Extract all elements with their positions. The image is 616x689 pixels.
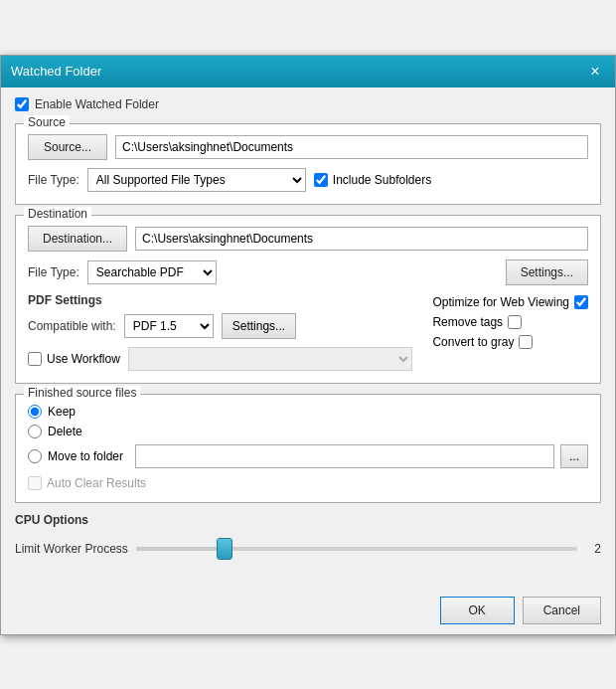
destination-section: Destination Destination... File Type: Se… (15, 215, 601, 384)
watched-folder-dialog: Watched Folder × Enable Watched Folder S… (0, 55, 616, 635)
use-workflow-text: Use Workflow (47, 352, 120, 366)
pdf-settings-area: PDF Settings Compatible with: PDF 1.5 PD… (28, 293, 588, 371)
optimize-web-checkbox[interactable] (574, 295, 588, 309)
enable-label[interactable]: Enable Watched Folder (35, 97, 159, 111)
pdf-settings-row: PDF Settings Compatible with: PDF 1.5 PD… (28, 293, 588, 371)
pdf-right: Optimize for Web Viewing Remove tags Con… (432, 293, 588, 349)
source-section-label: Source (24, 115, 70, 129)
convert-gray-text: Convert to gray (432, 335, 514, 349)
source-section: Source Source... File Type: All Supporte… (15, 123, 601, 205)
destination-path-input[interactable] (135, 227, 588, 251)
use-workflow-label[interactable]: Use Workflow (28, 352, 120, 366)
delete-radio-label[interactable]: Delete (28, 425, 588, 438)
bottom-bar: OK Cancel (1, 587, 615, 634)
finished-source-section: Finished source files Keep Delete Move t… (15, 394, 601, 503)
finished-source-label: Finished source files (24, 386, 140, 400)
ok-button[interactable]: OK (440, 597, 515, 624)
use-workflow-checkbox[interactable] (28, 352, 42, 366)
move-to-radio[interactable] (28, 449, 42, 463)
remove-tags-checkbox[interactable] (508, 315, 522, 329)
keep-radio-label[interactable]: Keep (28, 405, 588, 419)
dialog-title: Watched Folder (11, 64, 101, 79)
enable-checkbox[interactable] (15, 97, 29, 111)
slider-container (136, 535, 577, 563)
cpu-options-section: CPU Options Limit Worker Process 2 (15, 513, 601, 563)
source-path-input[interactable] (115, 135, 588, 159)
auto-clear-row: Auto Clear Results (28, 476, 588, 490)
slider-fill (136, 547, 225, 551)
remove-tags-label[interactable]: Remove tags (432, 315, 588, 329)
browse-button[interactable]: ... (560, 444, 588, 468)
move-to-radio-label[interactable]: Move to folder (28, 449, 123, 463)
source-path-row: Source... (28, 134, 588, 160)
move-to-text: Move to folder (48, 449, 123, 463)
dialog-body: Enable Watched Folder Source Source... F… (1, 87, 615, 587)
move-to-input[interactable] (135, 444, 554, 468)
convert-gray-checkbox[interactable] (519, 335, 533, 349)
destination-path-row: Destination... (28, 226, 588, 252)
destination-filetype-label: File Type: (28, 265, 79, 279)
title-bar: Watched Folder × (1, 56, 615, 87)
convert-gray-label[interactable]: Convert to gray (432, 335, 588, 349)
move-to-row: Move to folder ... (28, 444, 588, 468)
limit-worker-label: Limit Worker Process (15, 542, 128, 556)
workflow-select (128, 347, 413, 371)
destination-filetype-select[interactable]: Searchable PDF PDF TIFF JPEG (87, 260, 217, 284)
cancel-button[interactable]: Cancel (523, 597, 601, 624)
include-subfolders-label[interactable]: Include Subfolders (314, 173, 431, 187)
keep-radio[interactable] (28, 405, 42, 419)
source-button[interactable]: Source... (28, 134, 107, 160)
delete-radio[interactable] (28, 425, 42, 438)
optimize-web-text: Optimize for Web Viewing (432, 295, 569, 309)
optimize-web-label[interactable]: Optimize for Web Viewing (432, 295, 588, 309)
include-subfolders-checkbox[interactable] (314, 173, 328, 187)
radio-group: Keep Delete Move to folder ... (28, 405, 588, 468)
destination-button[interactable]: Destination... (28, 226, 127, 252)
close-button[interactable]: × (585, 62, 605, 82)
destination-filetype-row: File Type: Searchable PDF PDF TIFF JPEG … (28, 259, 588, 285)
include-subfolders-text: Include Subfolders (333, 173, 431, 187)
source-filetype-row: File Type: All Supported File Types PDF … (28, 168, 588, 192)
compatible-select[interactable]: PDF 1.5 PDF 1.4 PDF 1.3 PDF/A-1b (124, 314, 214, 338)
pdf-settings-button[interactable]: Settings... (222, 313, 296, 339)
source-filetype-select[interactable]: All Supported File Types PDF TIFF JPEG (87, 168, 306, 192)
destination-settings-button[interactable]: Settings... (506, 259, 588, 285)
destination-section-label: Destination (24, 207, 91, 221)
auto-clear-label: Auto Clear Results (47, 476, 146, 490)
slider-thumb[interactable] (217, 538, 232, 560)
auto-clear-checkbox (28, 476, 42, 490)
keep-text: Keep (48, 405, 76, 419)
enable-row: Enable Watched Folder (15, 97, 601, 111)
compatible-row: Compatible with: PDF 1.5 PDF 1.4 PDF 1.3… (28, 313, 412, 339)
slider-track (136, 547, 577, 551)
workflow-row: Use Workflow (28, 347, 412, 371)
delete-text: Delete (48, 425, 82, 438)
slider-row: Limit Worker Process 2 (15, 535, 601, 563)
slider-value: 2 (585, 542, 601, 556)
compatible-label: Compatible with: (28, 319, 116, 333)
source-filetype-label: File Type: (28, 173, 79, 187)
cpu-options-label: CPU Options (15, 513, 601, 527)
pdf-settings-label: PDF Settings (28, 293, 412, 307)
remove-tags-text: Remove tags (432, 315, 503, 329)
pdf-left: PDF Settings Compatible with: PDF 1.5 PD… (28, 293, 412, 371)
